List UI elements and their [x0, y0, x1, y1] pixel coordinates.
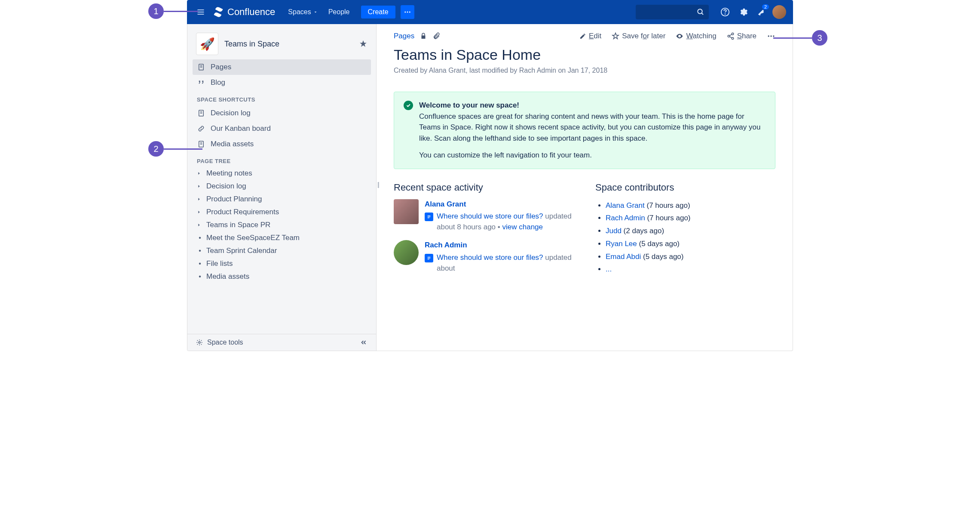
recent-activity-column: Recent space activity Alana GrantWhere s…	[394, 182, 574, 282]
attachment-icon	[432, 32, 440, 40]
page-title: Teams in Space Home	[394, 46, 775, 63]
save-for-later-button[interactable]: Save for later	[612, 32, 665, 40]
main-content: Pages Edit Save for later	[377, 24, 793, 351]
page-tree-item[interactable]: •Media assets	[193, 270, 371, 283]
sidebar-resize-handle[interactable]: ||	[377, 181, 379, 188]
bullet-icon: •	[197, 247, 203, 255]
view-change-link[interactable]: view change	[502, 223, 543, 231]
contributor-link[interactable]: Rach Admin	[606, 214, 645, 222]
bullet-icon: •	[197, 273, 203, 280]
tree-item-label: Team Sprint Calendar	[206, 247, 277, 255]
settings-button[interactable]	[736, 5, 750, 19]
confluence-logo[interactable]: Confluence	[213, 6, 275, 18]
svg-point-19	[199, 342, 200, 343]
tree-item-label: Teams in Space PR	[206, 221, 270, 229]
activity-avatar[interactable]	[394, 240, 419, 265]
app-switcher-button[interactable]	[194, 5, 208, 19]
page-tree-item[interactable]: Meeting notes	[193, 167, 371, 180]
sidebar-shortcut-item[interactable]: Our Kanban board	[193, 121, 371, 136]
confluence-icon	[213, 6, 224, 18]
recent-activity-heading: Recent space activity	[394, 182, 574, 193]
sidebar-pages[interactable]: Pages	[193, 59, 371, 75]
page-tree-item[interactable]: Product Requirements	[193, 206, 371, 219]
tree-item-label: Meeting notes	[206, 169, 252, 178]
page-tree-item[interactable]: Teams in Space PR	[193, 219, 371, 231]
help-icon	[720, 7, 730, 17]
tree-item-label: Media assets	[206, 272, 249, 281]
chevron-right-icon	[197, 223, 203, 227]
sidebar-item-label: Decision log	[211, 109, 251, 117]
page-tree-item[interactable]: •Meet the SeeSpaceEZ Team	[193, 231, 371, 244]
contributor-link[interactable]: Judd	[606, 227, 622, 235]
page-icon	[425, 213, 433, 221]
info-panel-body-2: You can customize the left navigation to…	[419, 150, 766, 161]
page-icon	[197, 63, 205, 71]
star-icon	[359, 40, 368, 48]
collapse-sidebar-button[interactable]	[360, 339, 368, 346]
more-actions-button[interactable]	[767, 32, 775, 40]
activity-user-link[interactable]: Alana Grant	[425, 199, 574, 210]
edit-button[interactable]: Edit	[579, 32, 601, 40]
contributor-link[interactable]: Alana Grant	[606, 201, 645, 210]
check-circle-icon	[404, 101, 413, 110]
page-icon	[425, 254, 433, 262]
global-navigation: Confluence Spaces People Create	[187, 0, 793, 24]
activity-page-link[interactable]: Where should we store our files?	[437, 253, 543, 262]
notifications-button[interactable]: 2	[754, 5, 768, 19]
help-button[interactable]	[718, 5, 732, 19]
share-icon	[727, 32, 735, 40]
watching-button[interactable]: Watching	[676, 32, 716, 40]
annotation-line-2	[164, 148, 202, 150]
tree-item-label: Product Planning	[206, 195, 262, 203]
shortcuts-heading: SPACE SHORTCUTS	[193, 90, 371, 105]
eye-icon	[676, 32, 683, 40]
contributor-ago: (2 days ago)	[624, 227, 665, 235]
create-more-button[interactable]	[401, 5, 414, 19]
page-tree-item[interactable]: •File lists	[193, 257, 371, 270]
sidebar-shortcut-item[interactable]: Decision log	[193, 105, 371, 121]
contributor-item: Rach Admin (7 hours ago)	[606, 212, 775, 225]
svg-point-21	[728, 35, 730, 37]
contributor-link[interactable]: Emad Abdi	[606, 253, 641, 261]
page-tree-item[interactable]: Decision log	[193, 180, 371, 193]
svg-line-24	[729, 37, 732, 38]
nav-spaces[interactable]: Spaces	[284, 6, 322, 18]
svg-line-23	[729, 34, 732, 36]
favorite-space-button[interactable]	[359, 40, 368, 48]
bullet-icon: •	[197, 260, 203, 268]
pencil-icon	[579, 33, 586, 40]
share-button[interactable]: Share	[727, 32, 756, 40]
annotation-callout-3: 3	[812, 30, 827, 46]
bullet-icon: •	[197, 234, 203, 242]
svg-point-22	[732, 37, 734, 40]
activity-user-link[interactable]: Rach Admin	[425, 240, 574, 251]
svg-point-25	[768, 35, 769, 37]
info-panel-title: Welcome to your new space!	[419, 101, 519, 109]
page-restrictions-button[interactable]	[420, 32, 427, 40]
attachments-button[interactable]	[432, 32, 440, 40]
space-tools-link[interactable]: Space tools	[207, 339, 243, 346]
space-name[interactable]: Teams in Space	[224, 40, 353, 49]
sidebar-blog[interactable]: Blog	[193, 75, 371, 90]
page-tree-item[interactable]: Product Planning	[193, 193, 371, 206]
contributor-link[interactable]: Ryan Lee	[606, 240, 637, 248]
space-logo[interactable]: 🚀	[196, 33, 218, 55]
tree-item-label: Meet the SeeSpaceEZ Team	[206, 234, 300, 242]
annotation-callout-2: 2	[148, 141, 164, 157]
activity-page-link[interactable]: Where should we store our files?	[437, 212, 543, 220]
create-button[interactable]: Create	[361, 6, 395, 18]
sidebar-shortcut-item[interactable]: Media assets	[193, 136, 371, 152]
info-panel-body: Confluence spaces are great for sharing …	[419, 111, 766, 144]
contributor-item: Judd (2 days ago)	[606, 225, 775, 237]
ellipsis-icon	[767, 32, 775, 40]
page-tree-item[interactable]: •Team Sprint Calendar	[193, 244, 371, 257]
activity-avatar[interactable]	[394, 199, 419, 224]
space-header: 🚀 Teams in Space	[187, 31, 376, 59]
space-sidebar: 🚀 Teams in Space Pages Blog	[187, 24, 377, 351]
tree-item-label: File lists	[206, 259, 233, 268]
breadcrumb-pages[interactable]: Pages	[394, 32, 414, 40]
nav-people[interactable]: People	[324, 6, 354, 18]
search-input[interactable]	[636, 5, 709, 19]
profile-avatar[interactable]	[772, 5, 786, 19]
contributors-more-link[interactable]: ...	[606, 265, 612, 273]
